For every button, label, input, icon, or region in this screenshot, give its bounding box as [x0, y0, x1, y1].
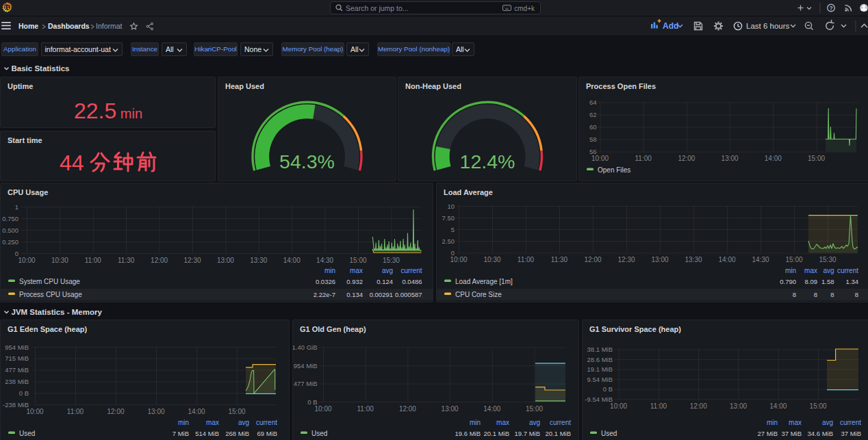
svg-text:15:00: 15:00: [808, 155, 825, 162]
svg-text:avg: avg: [529, 419, 540, 426]
svg-text:1.34: 1.34: [846, 278, 859, 285]
svg-text:60: 60: [589, 123, 597, 131]
svg-text:0.000587: 0.000587: [395, 291, 422, 298]
svg-text:64: 64: [589, 99, 597, 106]
svg-text:14:30: 14:30: [752, 256, 769, 263]
svg-text:34.6 MiB: 34.6 MiB: [808, 430, 834, 437]
svg-text:1.58: 1.58: [821, 278, 834, 285]
svg-text:0.250: 0.250: [2, 238, 18, 246]
svg-text:22.5 min: 22.5 min: [74, 99, 142, 123]
svg-text:14:00: 14:00: [283, 257, 301, 264]
svg-text:12:30: 12:30: [617, 256, 635, 263]
svg-text:max: max: [206, 419, 219, 426]
svg-text:Process Open Files: Process Open Files: [586, 82, 656, 90]
svg-text:13:00: 13:00: [217, 257, 234, 264]
svg-text:CPU Core Size: CPU Core Size: [455, 291, 502, 298]
svg-text:2.50: 2.50: [442, 237, 455, 245]
svg-text:current: current: [840, 419, 861, 426]
svg-text:11:00: 11:00: [518, 256, 535, 263]
svg-text:JVM Statistics - Memory: JVM Statistics - Memory: [12, 308, 103, 316]
svg-text:5: 5: [451, 226, 455, 233]
svg-text:1.40 GiB: 1.40 GiB: [293, 344, 318, 351]
svg-text:44: 44: [60, 151, 84, 175]
svg-text:10:00: 10:00: [314, 405, 331, 413]
svg-text:11:00: 11:00: [67, 408, 84, 415]
svg-text:13:00: 13:00: [442, 405, 459, 413]
svg-text:13:30: 13:30: [685, 256, 702, 263]
svg-text:514 MiB: 514 MiB: [195, 430, 219, 437]
svg-text:11:00: 11:00: [357, 405, 374, 413]
svg-text:19.1 MiB: 19.1 MiB: [587, 365, 613, 373]
svg-text:Basic Statistics: Basic Statistics: [12, 64, 70, 73]
svg-text:8: 8: [814, 291, 817, 298]
svg-text:15:00: 15:00: [349, 257, 366, 264]
svg-text:Last 6 hours: Last 6 hours: [746, 22, 790, 30]
svg-text:10:00: 10:00: [450, 256, 467, 263]
svg-text:0.500: 0.500: [2, 227, 18, 234]
svg-text:27 MiB: 27 MiB: [757, 430, 778, 437]
svg-text:avg: avg: [238, 419, 249, 426]
svg-text:-9.54 MiB: -9.54 MiB: [585, 396, 613, 403]
svg-text:28.6 MiB: 28.6 MiB: [587, 356, 613, 363]
svg-text:Used: Used: [311, 430, 327, 437]
svg-text:12:00: 12:00: [678, 155, 695, 162]
svg-text:954 MiB: 954 MiB: [294, 362, 318, 370]
svg-text:max: max: [496, 419, 509, 426]
svg-text:15:00: 15:00: [810, 402, 827, 410]
svg-text:8.09: 8.09: [805, 278, 818, 285]
svg-text:715 MiB: 715 MiB: [5, 354, 29, 362]
svg-text:14:00: 14:00: [765, 155, 782, 162]
svg-text:10: 10: [447, 203, 455, 210]
svg-text:10:00: 10:00: [591, 155, 609, 162]
svg-text:13:00: 13:00: [730, 402, 747, 410]
svg-text:11:30: 11:30: [551, 256, 568, 263]
svg-text:0.00291: 0.00291: [370, 291, 393, 298]
svg-text:?: ?: [829, 5, 832, 12]
svg-text:54.3%: 54.3%: [279, 151, 335, 172]
svg-text:38.1 MiB: 38.1 MiB: [587, 346, 613, 353]
svg-text:14:00: 14:00: [483, 405, 500, 413]
svg-text:min: min: [178, 419, 189, 426]
svg-text:20.1 MiB: 20.1 MiB: [546, 430, 572, 437]
svg-text:69 MiB: 69 MiB: [257, 430, 277, 437]
svg-text:0.0486: 0.0486: [402, 278, 422, 285]
svg-text:Load Average: Load Average: [444, 188, 493, 196]
svg-text:11:00: 11:00: [635, 155, 652, 162]
svg-text:10:00: 10:00: [18, 257, 35, 264]
svg-text:15:00: 15:00: [228, 408, 245, 415]
svg-text:8: 8: [793, 291, 796, 298]
svg-text:Used: Used: [601, 430, 617, 437]
svg-text:0.124: 0.124: [376, 278, 393, 285]
svg-text:max: max: [350, 267, 363, 274]
svg-text:13:00: 13:00: [722, 155, 739, 162]
svg-text:14:00: 14:00: [718, 256, 735, 263]
svg-text:Open Files: Open Files: [598, 166, 630, 174]
svg-text:0 B: 0 B: [19, 389, 29, 397]
svg-text:2.22e-7: 2.22e-7: [314, 291, 335, 298]
svg-text:15:30: 15:30: [383, 257, 400, 264]
svg-text:19.7 MiB: 19.7 MiB: [515, 430, 541, 437]
svg-text:12.4%: 12.4%: [460, 151, 515, 172]
svg-text:current: current: [256, 419, 277, 426]
svg-text:12:00: 12:00: [151, 257, 168, 264]
svg-text:13:00: 13:00: [147, 408, 164, 415]
svg-text:12:00: 12:00: [584, 256, 601, 263]
svg-text:min: min: [324, 267, 335, 274]
svg-text:954 MiB: 954 MiB: [5, 344, 29, 351]
svg-text:10:00: 10:00: [26, 408, 43, 415]
svg-text:Heap Used: Heap Used: [225, 82, 264, 90]
svg-text:11:00: 11:00: [650, 402, 667, 410]
svg-text:G1 Survivor Space (heap): G1 Survivor Space (heap): [589, 325, 681, 333]
svg-text:19.6 MiB: 19.6 MiB: [455, 430, 481, 437]
svg-text:7.50: 7.50: [442, 214, 455, 222]
svg-text:-238 MiB: -238 MiB: [3, 401, 29, 409]
svg-text:14:00: 14:00: [188, 408, 205, 415]
svg-text:1: 1: [15, 203, 18, 211]
svg-text:Uptime: Uptime: [8, 82, 33, 90]
svg-text:8: 8: [855, 291, 858, 298]
svg-text:11:00: 11:00: [85, 257, 102, 264]
svg-text:12:30: 12:30: [183, 257, 201, 264]
svg-text:current: current: [400, 267, 422, 274]
svg-text:13:00: 13:00: [651, 256, 668, 263]
svg-text:37 MiB: 37 MiB: [841, 430, 861, 437]
